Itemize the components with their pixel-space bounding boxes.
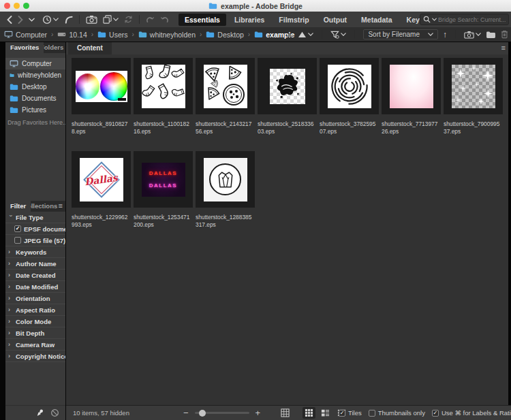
filter-item-jpeg[interactable]: ✓JPEG file (57) xyxy=(5,235,65,246)
tab-filmstrip[interactable]: Filmstrip xyxy=(273,14,315,26)
slider-thumb[interactable] xyxy=(199,410,206,417)
disclosure-chevron-icon: › xyxy=(8,341,13,348)
keep-filter-pinned-button[interactable] xyxy=(35,408,44,417)
file-tile[interactable]: shutterstock_771397726.eps xyxy=(382,58,441,151)
copy-files-button[interactable] xyxy=(100,12,121,27)
file-tile[interactable]: DALLAS DALLAS shutterstock_1253471200.ep… xyxy=(134,151,193,244)
thumbnail-view-button[interactable] xyxy=(303,407,315,419)
preview-quality-menu-button[interactable] xyxy=(298,31,313,38)
filter-group-aspect-ratio[interactable]: ›Aspect Ratio xyxy=(5,304,65,316)
recent-files-button[interactable] xyxy=(40,12,61,27)
file-name: shutterstock_110018216.eps xyxy=(134,120,193,135)
labels-ratings-toggle[interactable]: ✓Use ⌘ for Labels & Ratings xyxy=(432,409,511,417)
filter-group-date-created[interactable]: ›Date Created xyxy=(5,270,65,281)
tiles-toggle[interactable]: ✓Tiles xyxy=(339,409,362,417)
new-folder-icon xyxy=(486,31,496,39)
camera-rotate-menu-button[interactable] xyxy=(464,31,481,39)
file-name: shutterstock_1253471200.eps xyxy=(134,214,193,229)
sort-dropdown[interactable]: Sort by Filename xyxy=(363,29,438,39)
file-tile[interactable]: shutterstock_89108278.eps xyxy=(72,58,131,151)
new-folder-button[interactable] xyxy=(486,31,496,39)
filter-by-rating-button[interactable] xyxy=(330,31,346,39)
refresh-button[interactable] xyxy=(121,12,136,27)
tab-output[interactable]: Output xyxy=(318,14,353,26)
file-tile[interactable]: shutterstock_790099537.eps xyxy=(444,58,503,151)
navigation-menu-button[interactable] xyxy=(26,12,37,27)
tab-metadata[interactable]: Metadata xyxy=(355,14,399,26)
filter-group-copyright-notice[interactable]: ›Copyright Notice xyxy=(5,351,65,362)
tab-essentials[interactable]: Essentials xyxy=(179,14,226,26)
filter-group-file-type[interactable]: ›File Type xyxy=(5,212,65,223)
sort-ascending-button[interactable]: ↑ xyxy=(443,30,447,39)
file-name: shutterstock_790099537.eps xyxy=(444,120,503,135)
get-photos-from-camera-button[interactable] xyxy=(83,12,100,27)
filter-panel-footer xyxy=(5,405,65,420)
search-input[interactable] xyxy=(438,16,506,23)
zoom-in-button[interactable]: + xyxy=(256,408,261,418)
thumbnail-suit-jacket xyxy=(204,158,247,201)
favorites-item-pictures[interactable]: Pictures xyxy=(5,104,65,116)
computer-icon xyxy=(10,60,18,67)
filter-panel-tabs: Filter Collections ≡ xyxy=(5,201,65,212)
breadcrumb-disk[interactable]: 10.14 xyxy=(57,31,87,39)
tab-libraries[interactable]: Libraries xyxy=(228,14,270,26)
thumbnails-only-toggle[interactable]: ✓Thumbnails only xyxy=(369,409,425,417)
favorites-item-documents[interactable]: Documents xyxy=(5,93,65,104)
thumbnail-quality-button[interactable] xyxy=(286,31,293,37)
breadcrumb-desktop[interactable]: Desktop xyxy=(206,31,244,39)
computer-icon xyxy=(4,31,13,38)
filter-group-keywords[interactable]: ›Keywords xyxy=(5,246,65,258)
tab-collections[interactable]: Collections xyxy=(31,201,58,212)
zoom-out-button[interactable]: − xyxy=(183,408,189,418)
trash-icon xyxy=(501,30,508,39)
filter-group-date-modified[interactable]: ›Date Modified xyxy=(5,281,65,293)
checkbox-checked-icon[interactable]: ✓ xyxy=(14,225,21,232)
vivid-color-wheel xyxy=(100,72,127,101)
delete-item-button[interactable] xyxy=(501,30,508,39)
filter-group-camera-raw[interactable]: ›Camera Raw xyxy=(5,339,65,351)
rotate-left-button[interactable] xyxy=(143,12,157,27)
favorites-item-computer[interactable]: Computer xyxy=(5,58,65,69)
mountain-icon xyxy=(298,31,307,38)
filter-group-color-mode[interactable]: ›Color Mode xyxy=(5,316,65,327)
filter-item-epsf[interactable]: ✓EPSF document (... xyxy=(5,223,65,235)
details-view-button[interactable] xyxy=(319,407,332,419)
file-tile[interactable]: Dallas shutterstock_1229962993.eps xyxy=(72,151,131,244)
breadcrumb-users[interactable]: Users xyxy=(97,31,127,39)
chevron-down-icon[interactable] xyxy=(432,18,437,21)
chevron-down-icon xyxy=(308,33,313,36)
file-tile[interactable]: shutterstock_1288385317.eps xyxy=(196,151,255,244)
return-to-app-button[interactable] xyxy=(61,12,76,27)
favorites-item-whitneyholden[interactable]: whitneyholden xyxy=(5,69,65,81)
checkbox-unchecked-icon[interactable]: ✓ xyxy=(14,237,21,244)
filter-group-author-name[interactable]: ›Author Name xyxy=(5,258,65,270)
tab-favorites[interactable]: Favorites xyxy=(5,42,44,53)
tab-filter[interactable]: Filter xyxy=(5,201,31,212)
file-tile[interactable]: shutterstock_214321756.eps xyxy=(196,58,255,151)
thumbnail-frame: DALLAS DALLAS xyxy=(134,151,193,208)
content-panel-menu-icon[interactable]: ≡ xyxy=(501,44,506,52)
filter-group-orientation[interactable]: ›Orientation xyxy=(5,293,65,304)
breadcrumb-whitneyholden[interactable]: whitneyholden xyxy=(138,31,196,39)
forward-button[interactable] xyxy=(15,12,26,27)
filter-group-bit-depth[interactable]: ›Bit Depth xyxy=(5,327,65,339)
grid-lock-view-button[interactable] xyxy=(279,407,292,419)
tab-folders[interactable]: Folders xyxy=(44,42,64,53)
tab-content[interactable]: Content xyxy=(68,42,112,54)
details-view-icon xyxy=(321,408,330,417)
search-icon[interactable] xyxy=(423,16,431,23)
clear-filter-button[interactable] xyxy=(50,408,59,417)
checkbox-checked-icon: ✓ xyxy=(339,410,345,417)
panel-menu-icon[interactable]: ≡ xyxy=(59,201,63,210)
rotate-right-button[interactable] xyxy=(157,12,172,27)
toolbar-divider xyxy=(322,30,322,39)
chevron-down-icon xyxy=(476,33,481,36)
favorites-item-desktop[interactable]: Desktop xyxy=(5,81,65,93)
breadcrumb-computer[interactable]: Computer xyxy=(4,31,47,39)
grid-view-icon xyxy=(281,408,290,417)
back-button[interactable] xyxy=(4,12,15,27)
file-tile[interactable]: shutterstock_110018216.eps xyxy=(134,58,193,151)
file-tile[interactable]: shutterstock_378259507.eps xyxy=(320,58,379,151)
file-tile[interactable]: shutterstock_251833603.eps xyxy=(258,58,317,151)
thumbnail-size-slider[interactable] xyxy=(195,412,249,414)
